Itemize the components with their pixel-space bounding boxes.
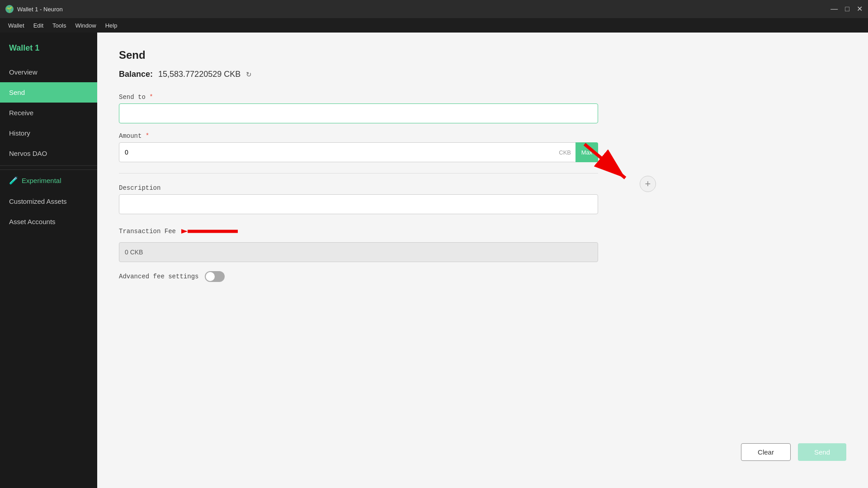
balance-row: Balance: 15,583.77220529 CKB ↻ [119, 70, 846, 79]
sidebar-item-nervos-dao[interactable]: Nervos DAO [0, 143, 97, 164]
minimize-button[interactable]: — [830, 5, 838, 13]
transaction-fee-label: Transaction Fee [119, 228, 176, 235]
sidebar-item-label: Send [9, 89, 25, 96]
divider [119, 173, 598, 174]
advanced-fee-row: Advanced fee settings [119, 271, 846, 282]
title-bar: 🌱 Wallet 1 - Neuron — □ ✕ [0, 0, 868, 18]
advanced-fee-label: Advanced fee settings [119, 273, 198, 280]
sidebar-item-label: History [9, 129, 30, 137]
app-icon: 🌱 [5, 5, 14, 13]
sidebar-item-label: Receive [9, 109, 33, 117]
balance-label: Balance: [119, 70, 153, 79]
add-recipient-button[interactable]: + [640, 176, 656, 192]
sidebar-divider [0, 165, 97, 166]
toggle-knob [206, 272, 215, 281]
menu-wallet[interactable]: Wallet [4, 20, 29, 31]
sidebar-wallet-name: Wallet 1 [0, 40, 97, 62]
amount-input[interactable] [119, 142, 598, 162]
page-title: Send [119, 49, 846, 61]
amount-section: Amount * CKB Max [119, 132, 846, 162]
menu-bar: Wallet Edit Tools Window Help [0, 18, 868, 33]
sidebar-item-experimental[interactable]: 🧪 Experimental [0, 169, 97, 191]
sidebar-item-customized-assets[interactable]: Customized Assets [0, 191, 97, 211]
transaction-fee-label-row: Transaction Fee [119, 223, 846, 239]
send-to-input[interactable] [119, 103, 598, 123]
sidebar-item-send[interactable]: Send [0, 82, 97, 103]
balance-value: 15,583.77220529 CKB [158, 70, 241, 79]
transaction-fee-section: Transaction Fee [119, 223, 846, 262]
advanced-fee-toggle[interactable] [205, 271, 225, 282]
transaction-fee-input [119, 242, 598, 262]
sidebar-item-label: Asset Accounts [9, 218, 56, 225]
sidebar-item-label: Customized Assets [9, 197, 67, 205]
send-to-label: Send to * [119, 94, 846, 101]
title-bar-controls: — □ ✕ [830, 5, 863, 13]
annotation-arrow-left [181, 223, 240, 239]
app-body: Wallet 1 Overview Send Receive History N… [0, 33, 868, 488]
menu-help[interactable]: Help [101, 20, 122, 31]
menu-tools[interactable]: Tools [48, 20, 71, 31]
sidebar-item-label: Nervos DAO [9, 150, 47, 157]
description-section: Description [119, 184, 846, 214]
sidebar: Wallet 1 Overview Send Receive History N… [0, 33, 97, 488]
close-button[interactable]: ✕ [857, 5, 863, 13]
menu-edit[interactable]: Edit [29, 20, 48, 31]
sidebar-item-label: Overview [9, 68, 38, 76]
menu-window[interactable]: Window [71, 20, 100, 31]
app-title: Wallet 1 - Neuron [17, 6, 63, 13]
main-content: Send Balance: 15,583.77220529 CKB ↻ Send… [97, 33, 868, 488]
amount-wrapper: CKB Max [119, 142, 598, 162]
clear-button[interactable]: Clear [741, 443, 791, 461]
sidebar-item-label: Experimental [22, 177, 61, 184]
amount-label: Amount * [119, 132, 846, 140]
title-bar-left: 🌱 Wallet 1 - Neuron [5, 5, 63, 13]
refresh-icon[interactable]: ↻ [246, 70, 252, 79]
maximize-button[interactable]: □ [845, 5, 849, 13]
sidebar-item-receive[interactable]: Receive [0, 103, 97, 123]
action-row: Clear Send [741, 443, 846, 461]
sidebar-item-overview[interactable]: Overview [0, 62, 97, 82]
description-label: Description [119, 184, 846, 192]
description-input[interactable] [119, 194, 598, 214]
sidebar-item-asset-accounts[interactable]: Asset Accounts [0, 211, 97, 232]
send-to-section: Send to * [119, 94, 846, 123]
max-button[interactable]: Max [576, 142, 598, 162]
flask-icon: 🧪 [9, 176, 18, 185]
send-button[interactable]: Send [798, 443, 846, 461]
sidebar-item-history[interactable]: History [0, 123, 97, 143]
